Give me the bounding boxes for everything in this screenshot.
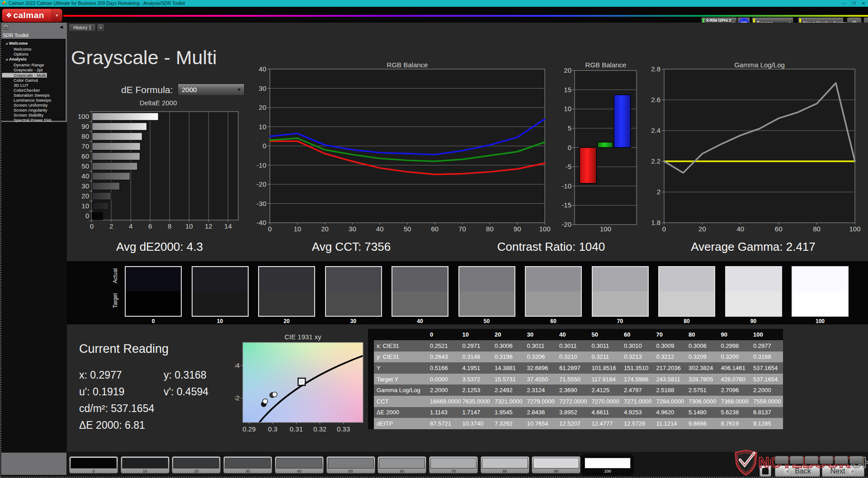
close-icon[interactable]: ✕: [862, 1, 865, 6]
pattern-step-button-40[interactable]: 40: [275, 456, 324, 473]
stop-button[interactable]: [760, 465, 771, 477]
table-cell: 12.4777: [589, 420, 622, 427]
calman-window: Calman 2022 Calman Ultimate for Business…: [0, 0, 868, 478]
tree-item-screen-angularity[interactable]: Screen Angularity: [2, 108, 65, 112]
tree-item-luminance-sweeps[interactable]: Luminance Sweeps: [2, 98, 65, 103]
row-gutter: [368, 374, 374, 385]
pattern-step-button-60[interactable]: 60: [377, 456, 426, 473]
logo-dropdown-arrow-icon[interactable]: ▼: [52, 9, 62, 22]
plus-icon: +: [99, 25, 102, 30]
pattern-step-button-50[interactable]: 50: [326, 456, 375, 473]
table-cell: 7321.0000: [492, 398, 524, 405]
pattern-step-button-70[interactable]: 70: [429, 456, 478, 473]
grayscale-swatch-100: [792, 266, 849, 317]
tree-item-colorchecker[interactable]: ColorChecker: [2, 88, 65, 93]
tree-item-options[interactable]: Options: [2, 52, 65, 56]
mini-toolbar-button[interactable]: [835, 456, 848, 464]
tree-item-welcome[interactable]: Welcome: [2, 47, 65, 52]
row-label: ΔE 2000: [374, 409, 427, 416]
pattern-step-button-10[interactable]: 10: [121, 456, 170, 473]
swatch-label: 10: [192, 318, 249, 324]
table-cell: 2.5751: [686, 387, 718, 394]
tree-item-grayscale-multi[interactable]: Grayscale - Multi: [2, 73, 47, 78]
row-gutter: [368, 340, 374, 351]
svg-text:0: 0: [85, 212, 89, 220]
table-cell: 4.6611: [589, 409, 622, 416]
table-row: dEITP87.572110.37407.329210.765412.52071…: [368, 418, 783, 429]
tree-item-dynamic-range[interactable]: Dynamic Range: [2, 62, 65, 67]
table-cell: 7559.0000: [750, 398, 783, 405]
pattern-step-button-80[interactable]: 80: [481, 456, 529, 473]
table-row: Gamma Log/Log2.20002.12532.24922.31242.3…: [368, 384, 783, 396]
svg-text:30: 30: [349, 225, 356, 233]
tree-item-color-gamut[interactable]: Color Gamut: [2, 78, 65, 83]
grayscale-swatch-40: [392, 266, 448, 317]
tree-item-grayscale-2pt[interactable]: Grayscale - 2pt: [2, 67, 65, 72]
bottom-bar: 0102030405060708090100: [0, 452, 868, 478]
table-cell: 0.3168: [750, 353, 783, 360]
mini-toolbar-button[interactable]: [790, 456, 803, 464]
svg-text:-15: -15: [561, 201, 571, 209]
svg-text:90: 90: [514, 225, 521, 233]
table-cell: 7271.0000: [621, 398, 654, 405]
table-cell: 9.6698: [686, 420, 718, 427]
pattern-step-button-0[interactable]: 0: [69, 456, 118, 473]
maximize-icon[interactable]: ❐: [852, 1, 855, 6]
tree-item-saturation-sweeps[interactable]: Saturation Sweeps: [2, 93, 65, 98]
tree-expand-icon[interactable]: ◢: [5, 57, 8, 62]
swatch-label: 70: [592, 318, 649, 324]
pattern-step-button-30[interactable]: 30: [223, 456, 272, 473]
calman-logo-button[interactable]: ❖ calman ▼: [2, 9, 62, 22]
table-cell: 406.1461: [718, 365, 751, 371]
table-cell: 0.3210: [557, 353, 589, 360]
table-cell: 90: [718, 331, 751, 338]
tab-history-1[interactable]: History 1: [69, 23, 96, 31]
reading-row: u': 0.1919v': 0.4594: [79, 386, 124, 398]
swatch-actual: [726, 267, 781, 291]
de-formula-dropdown[interactable]: 2000 ▼: [178, 84, 245, 96]
table-cell: 7306.0000: [686, 398, 718, 405]
swatch-target: [793, 291, 848, 316]
pattern-step-button-20[interactable]: 20: [172, 456, 221, 473]
table-row: Y0.51664.195114.388132.689661.2897101.85…: [368, 362, 783, 374]
pattern-swatch: [173, 458, 219, 469]
table-cell: 0.2998: [718, 342, 751, 349]
svg-text:0.32: 0.32: [313, 425, 326, 433]
tree-item-screen-uniformity[interactable]: Screen Uniformity: [2, 103, 65, 108]
row-label: y: CIE31: [374, 353, 427, 360]
svg-text:12: 12: [205, 222, 212, 230]
reading-row: x: 0.2977y: 0.3168: [79, 369, 122, 381]
table-cell: 7270.0000: [589, 398, 622, 405]
svg-text:0.34: 0.34: [235, 361, 240, 369]
mini-toolbar-button[interactable]: [820, 456, 833, 464]
sidebar-pin-button[interactable]: ●: [2, 24, 9, 30]
swatch-label: 90: [725, 318, 782, 324]
tree-item-welcome[interactable]: ◢Welcome: [2, 41, 65, 47]
tree-expand-icon[interactable]: ◢: [5, 41, 8, 46]
svg-text:40: 40: [376, 225, 384, 233]
table-cell: 2.8436: [524, 409, 557, 416]
back-arrow-icon: «: [784, 468, 791, 475]
table-cell: 7368.0000: [718, 398, 751, 405]
next-button[interactable]: Next »: [822, 465, 864, 477]
back-button[interactable]: « Back: [775, 465, 820, 477]
table-cell: 0.3006: [492, 342, 524, 349]
table-cell: 40: [557, 331, 589, 338]
add-tab-button[interactable]: +: [97, 23, 104, 31]
tree-item-3d-lut[interactable]: 3D LUT: [2, 83, 65, 88]
pattern-step-label: 60: [379, 469, 425, 474]
tree-item-spectral-power-dist-[interactable]: Spectral Power Dist.: [2, 117, 65, 122]
tree-item-analysis[interactable]: ◢Analysis: [2, 56, 65, 62]
mini-toolbar-button[interactable]: [805, 456, 818, 464]
mini-toolbar-button[interactable]: [849, 456, 863, 464]
pattern-step-button-90[interactable]: 90: [532, 456, 580, 473]
pattern-step-button-100[interactable]: 100: [583, 456, 632, 473]
sidebar-collapse-button[interactable]: ◀: [58, 23, 65, 30]
mini-toolbar-button[interactable]: [775, 456, 788, 464]
svg-text:10: 10: [564, 105, 571, 112]
minimize-icon[interactable]: —: [841, 1, 845, 6]
tree-item-screen-stability[interactable]: Screen Stability: [2, 112, 65, 117]
svg-text:0: 0: [263, 142, 266, 150]
swatch-actual: [526, 267, 581, 291]
pattern-swatch: [379, 458, 425, 469]
